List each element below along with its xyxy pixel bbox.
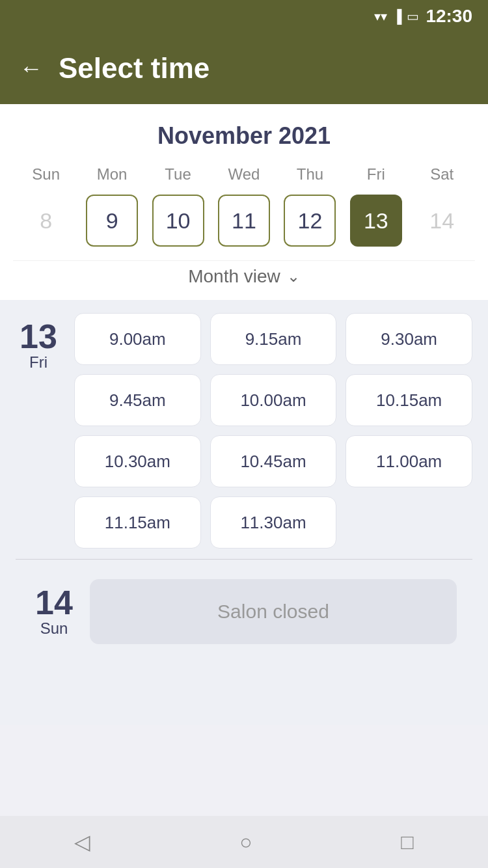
time-slot-1130am[interactable]: 11.30am: [210, 496, 337, 549]
month-view-label: Month view: [188, 266, 280, 287]
salon-closed-card: Salon closed: [90, 579, 457, 644]
month-view-toggle[interactable]: Month view ⌄: [13, 260, 475, 290]
day-14-section: 14 Sun Salon closed: [16, 573, 472, 660]
day-13-name: Fri: [29, 353, 47, 372]
day-14-name: Sun: [40, 619, 68, 638]
nav-recent-button[interactable]: □: [401, 830, 413, 854]
time-slot-915am[interactable]: 9.15am: [210, 313, 337, 365]
calendar-section: November 2021 Sun Mon Tue Wed Thu Fri Sa…: [0, 104, 488, 300]
back-button[interactable]: ←: [20, 55, 43, 82]
time-slot-930am[interactable]: 9.30am: [346, 313, 472, 365]
time-slot-945am[interactable]: 9.45am: [74, 374, 201, 426]
status-bar: ▾▾ ▐ ▭ 12:30: [0, 0, 488, 33]
date-11: 11: [218, 195, 270, 247]
time-slot-1100am[interactable]: 11.00am: [346, 435, 472, 487]
date-cell-10[interactable]: 10: [145, 191, 211, 250]
page-header: ← Select time: [0, 33, 488, 104]
weekday-mon: Mon: [79, 165, 144, 183]
date-cell-14[interactable]: 14: [409, 191, 475, 250]
weekday-thu: Thu: [277, 165, 343, 183]
day-14-number: 14: [35, 586, 73, 619]
weekday-tue: Tue: [145, 165, 211, 183]
time-slot-1045am[interactable]: 10.45am: [210, 435, 337, 487]
signal-icon: ▐: [392, 9, 401, 24]
date-cell-9[interactable]: 9: [79, 191, 144, 250]
day-14-label: 14 Sun: [31, 579, 77, 644]
time-slot-900am[interactable]: 9.00am: [74, 313, 201, 365]
time-slots-section: 13 Fri 9.00am 9.15am 9.30am 9.45am 10.00…: [0, 300, 488, 673]
date-9: 9: [86, 195, 138, 247]
nav-back-button[interactable]: ◁: [74, 830, 90, 854]
date-cell-8[interactable]: 8: [13, 191, 79, 250]
time-slot-1000am[interactable]: 10.00am: [210, 374, 337, 426]
time-grid-13: 9.00am 9.15am 9.30am 9.45am 10.00am 10.1…: [74, 313, 472, 549]
page-title: Select time: [59, 52, 210, 85]
salon-closed-label: Salon closed: [217, 601, 329, 623]
day-13-number: 13: [20, 319, 57, 353]
weekday-wed: Wed: [211, 165, 277, 183]
month-year-label: November 2021: [13, 122, 475, 150]
date-12: 12: [284, 195, 336, 247]
time-slot-1115am[interactable]: 11.15am: [74, 496, 201, 549]
date-8: 8: [20, 195, 72, 247]
section-divider: [16, 559, 472, 560]
wifi-icon: ▾▾: [374, 8, 387, 24]
bottom-navigation: ◁ ○ □: [0, 816, 488, 868]
date-10: 10: [152, 195, 204, 247]
date-cell-13[interactable]: 13: [343, 191, 409, 250]
weekdays-row: Sun Mon Tue Wed Thu Fri Sat: [13, 165, 475, 183]
date-cell-12[interactable]: 12: [277, 191, 343, 250]
date-14: 14: [416, 195, 468, 247]
time-slot-1030am[interactable]: 10.30am: [74, 435, 201, 487]
battery-icon: ▭: [407, 8, 419, 24]
weekday-fri: Fri: [343, 165, 409, 183]
status-time: 12:30: [426, 6, 472, 27]
time-slot-1015am[interactable]: 10.15am: [346, 374, 472, 426]
status-icons: ▾▾ ▐ ▭: [374, 8, 419, 24]
date-13: 13: [350, 195, 402, 247]
day-13-label: 13 Fri: [16, 313, 61, 549]
dates-row: 8 9 10 11 12 13 14: [13, 191, 475, 250]
weekday-sun: Sun: [13, 165, 79, 183]
date-cell-11[interactable]: 11: [211, 191, 277, 250]
chevron-down-icon: ⌄: [287, 267, 300, 286]
weekday-sat: Sat: [409, 165, 475, 183]
nav-home-button[interactable]: ○: [239, 830, 252, 854]
day-13-section: 13 Fri 9.00am 9.15am 9.30am 9.45am 10.00…: [16, 313, 472, 549]
